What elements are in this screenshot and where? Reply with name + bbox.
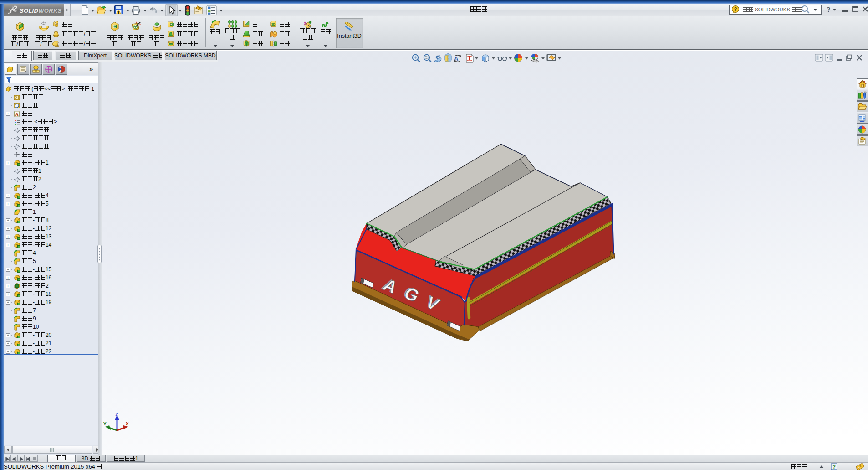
svg-text:?: ? <box>827 6 831 13</box>
svg-text:SOLIDWORKS: SOLIDWORKS <box>20 7 62 14</box>
svg-text:Y: Y <box>103 421 107 427</box>
svg-text:Z: Z <box>115 412 118 418</box>
svg-text:?: ? <box>832 464 836 470</box>
svg-text:X: X <box>126 421 129 427</box>
svg-text:?: ? <box>734 6 737 12</box>
